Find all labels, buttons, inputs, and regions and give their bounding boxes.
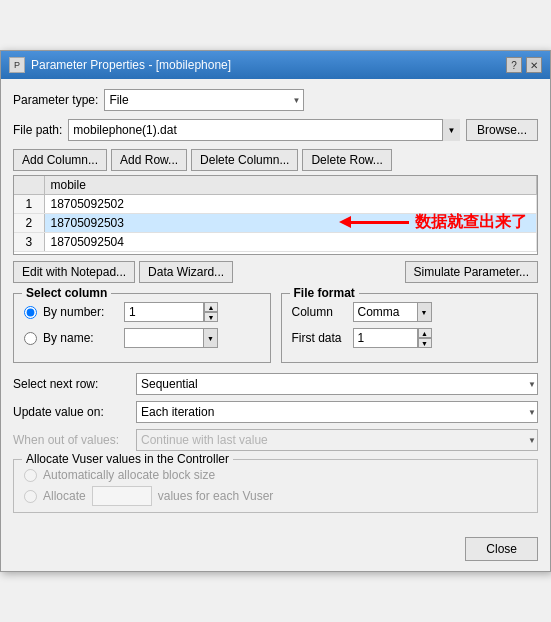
row-num-1: 1 (14, 195, 44, 214)
row-cell-3[interactable]: 18705092504 (44, 233, 537, 252)
data-table: mobile 1 18705092502 2 18705092503 3 187… (14, 176, 537, 252)
toolbar-row: Add Column... Add Row... Delete Column..… (13, 149, 538, 171)
by-number-input-wrapper: ▲ ▼ (124, 302, 218, 322)
update-value-select[interactable]: Each iteration Each occurrence Once (136, 401, 538, 423)
bottom-section: Select next row: Sequential Random Same … (13, 373, 538, 521)
param-type-select[interactable]: File Random Number Date/Time Unique Numb… (104, 89, 304, 111)
column-format-row: Column ▼ (292, 302, 528, 322)
column-format-combo-wrapper: ▼ (353, 302, 432, 322)
column-format-dropdown-btn[interactable]: ▼ (418, 302, 432, 322)
by-number-up[interactable]: ▲ (204, 302, 218, 312)
file-path-input[interactable] (68, 119, 460, 141)
close-title-button[interactable]: ✕ (526, 57, 542, 73)
select-next-row-label: Select next row: (13, 377, 128, 391)
by-number-radio[interactable] (24, 306, 37, 319)
by-name-dropdown-btn[interactable]: ▼ (204, 328, 218, 348)
close-button[interactable]: Close (465, 537, 538, 561)
edit-notepad-button[interactable]: Edit with Notepad... (13, 261, 135, 283)
first-data-label: First data (292, 331, 347, 345)
table-row[interactable]: 1 18705092502 (14, 195, 537, 214)
update-value-row: Update value on: Each iteration Each occ… (13, 401, 538, 423)
browse-button[interactable]: Browse... (466, 119, 538, 141)
first-data-row: First data ▲ ▼ (292, 328, 528, 348)
allocate-group-box: Allocate Vuser values in the Controller … (13, 459, 538, 513)
when-out-select[interactable]: Continue with last value Abort vuser Cyc… (136, 429, 538, 451)
file-format-legend: File format (290, 286, 359, 300)
update-value-wrapper: Each iteration Each occurrence Once (136, 401, 538, 423)
select-column-panel: Select column By number: ▲ ▼ By name: (13, 293, 271, 363)
data-wizard-button[interactable]: Data Wizard... (139, 261, 233, 283)
auto-allocate-row: Automatically allocate block size (24, 468, 527, 482)
first-data-spinner: ▲ ▼ (418, 328, 432, 348)
select-next-row-wrapper: Sequential Random Same line as Unique (136, 373, 538, 395)
param-type-label: Parameter type: (13, 93, 98, 107)
allocate-group-legend: Allocate Vuser values in the Controller (22, 452, 233, 466)
bottom-toolbar-row: Edit with Notepad... Data Wizard... Simu… (13, 261, 538, 283)
file-path-label: File path: (13, 123, 62, 137)
column-format-input[interactable] (353, 302, 418, 322)
column-format-label: Column (292, 305, 347, 319)
first-data-input-wrapper: ▲ ▼ (353, 328, 432, 348)
title-bar: P Parameter Properties - [mobilephone] ?… (1, 51, 550, 79)
dialog-body: Parameter type: File Random Number Date/… (1, 79, 550, 531)
vuser-input (92, 486, 152, 506)
first-data-input[interactable] (353, 328, 418, 348)
allocate-row: Allocate values for each Vuser (24, 486, 527, 506)
delete-column-button[interactable]: Delete Column... (191, 149, 298, 171)
file-path-input-wrapper: ▼ (68, 119, 460, 141)
dialog-title: Parameter Properties - [mobilephone] (31, 58, 231, 72)
param-type-row: Parameter type: File Random Number Date/… (13, 89, 538, 111)
title-bar-left: P Parameter Properties - [mobilephone] (9, 57, 231, 73)
vuser-label: values for each Vuser (158, 489, 274, 503)
title-buttons: ? ✕ (506, 57, 542, 73)
row-num-2: 2 (14, 214, 44, 233)
mobile-column-header: mobile (44, 176, 537, 195)
auto-allocate-label: Automatically allocate block size (43, 468, 215, 482)
select-next-row-row: Select next row: Sequential Random Same … (13, 373, 538, 395)
file-format-panel: File format Column ▼ First data ▲ ▼ (281, 293, 539, 363)
panels-row: Select column By number: ▲ ▼ By name: (13, 293, 538, 363)
parameter-properties-dialog: P Parameter Properties - [mobilephone] ?… (0, 50, 551, 572)
when-out-wrapper: Continue with last value Abort vuser Cyc… (136, 429, 538, 451)
row-cell-2[interactable]: 18705092503 (44, 214, 537, 233)
row-num-header (14, 176, 44, 195)
data-table-container: mobile 1 18705092502 2 18705092503 3 187… (13, 175, 538, 255)
select-column-legend: Select column (22, 286, 111, 300)
by-number-input[interactable] (124, 302, 204, 322)
by-name-row: By name: ▼ (24, 328, 260, 348)
row-cell-1[interactable]: 18705092502 (44, 195, 537, 214)
simulate-button[interactable]: Simulate Parameter... (405, 261, 538, 283)
add-row-button[interactable]: Add Row... (111, 149, 187, 171)
dialog-icon: P (9, 57, 25, 73)
when-out-row: When out of values: Continue with last v… (13, 429, 538, 451)
select-next-row-select[interactable]: Sequential Random Same line as Unique (136, 373, 538, 395)
row-num-3: 3 (14, 233, 44, 252)
when-out-label: When out of values: (13, 433, 128, 447)
param-type-select-wrapper: File Random Number Date/Time Unique Numb… (104, 89, 304, 111)
by-number-down[interactable]: ▼ (204, 312, 218, 322)
by-number-spinner: ▲ ▼ (204, 302, 218, 322)
by-name-combo-wrapper: ▼ (124, 328, 218, 348)
table-row[interactable]: 3 18705092504 (14, 233, 537, 252)
first-data-up[interactable]: ▲ (418, 328, 432, 338)
add-column-button[interactable]: Add Column... (13, 149, 107, 171)
help-button[interactable]: ? (506, 57, 522, 73)
by-name-radio[interactable] (24, 332, 37, 345)
allocate-label: Allocate (43, 489, 86, 503)
first-data-down[interactable]: ▼ (418, 338, 432, 348)
auto-allocate-radio (24, 469, 37, 482)
by-name-input[interactable] (124, 328, 204, 348)
dialog-footer: Close (1, 531, 550, 571)
delete-row-button[interactable]: Delete Row... (302, 149, 391, 171)
by-number-label: By number: (43, 305, 118, 319)
file-path-row: File path: ▼ Browse... (13, 119, 538, 141)
file-path-dropdown-btn[interactable]: ▼ (442, 119, 460, 141)
by-name-label: By name: (43, 331, 118, 345)
allocate-radio (24, 490, 37, 503)
update-value-label: Update value on: (13, 405, 128, 419)
by-number-row: By number: ▲ ▼ (24, 302, 260, 322)
table-row[interactable]: 2 18705092503 (14, 214, 537, 233)
